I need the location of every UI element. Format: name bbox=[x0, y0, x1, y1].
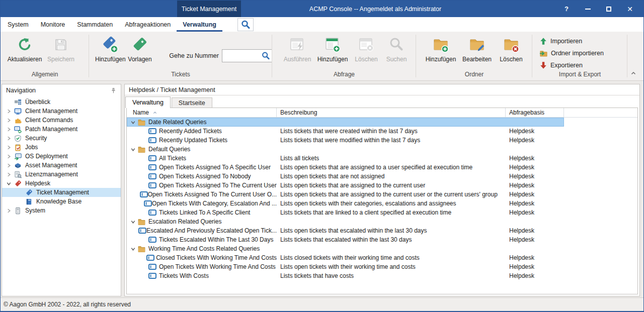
ordner-hinzufuegen-button[interactable]: Hinzufügen bbox=[423, 34, 459, 63]
ordner-importieren-button[interactable]: Ordner importieren bbox=[539, 48, 627, 58]
tag-icon bbox=[131, 36, 148, 54]
table-row-escalated-and-previously-escalated-open-tick[interactable]: Escalated And Previously Escalated Open … bbox=[127, 226, 564, 235]
minimize-icon bbox=[585, 9, 591, 10]
sidebar-item-os-deployment[interactable]: OS Deployment bbox=[2, 152, 121, 161]
sidebar-item-berblick[interactable]: Überblick bbox=[2, 97, 121, 107]
importieren-button[interactable]: Importieren bbox=[539, 36, 627, 46]
maximize-button[interactable] bbox=[598, 1, 619, 17]
menu-bar: SystemMonitoreStammdatenAbfrageaktionenV… bbox=[1, 17, 643, 32]
chevron-right-icon[interactable] bbox=[6, 127, 14, 132]
table-row-working-time-and-costs-related-queries[interactable]: Working Time And Costs Related Queries bbox=[127, 244, 564, 253]
column-header-beschreibung[interactable]: Beschreibung bbox=[277, 108, 506, 117]
goto-search-button[interactable] bbox=[260, 51, 272, 60]
query-icon bbox=[140, 191, 148, 197]
menu-item-monitore[interactable]: Monitore bbox=[35, 17, 71, 32]
help-button[interactable]: ? bbox=[556, 1, 577, 17]
gehe-zu-nummer-input[interactable] bbox=[222, 52, 260, 59]
query-icon bbox=[148, 182, 159, 188]
sidebar-item-lizenzmanagement[interactable]: Lizenzmanagement bbox=[2, 170, 121, 179]
abfrage-hinzufuegen-button[interactable]: Hinzufügen bbox=[314, 34, 351, 63]
sidebar-item-knowledge-base[interactable]: Knowledge Base bbox=[2, 197, 121, 206]
aktualisieren-button[interactable]: Aktualisieren bbox=[7, 34, 43, 63]
navigation-tree: ÜberblickClient ManagementClient Command… bbox=[2, 97, 121, 296]
sort-asc-icon bbox=[152, 111, 157, 115]
sidebar-item-client-commands[interactable]: Client Commands bbox=[2, 116, 121, 125]
chevron-right-icon[interactable] bbox=[6, 118, 14, 123]
sidebar-item-system[interactable]: System bbox=[2, 206, 121, 215]
folder-delete-icon bbox=[503, 36, 520, 54]
query-icon bbox=[148, 173, 159, 179]
abfrage-ausfuehren-button: Ausführen bbox=[280, 34, 314, 63]
query-table: Name Beschreibung Abfragebasis Date Rela… bbox=[126, 108, 638, 294]
tab-strip: Verwaltung Startseite bbox=[125, 95, 639, 108]
table-row-open-tickets-with-working-time-and-costs[interactable]: Open Tickets With Working Time And Costs… bbox=[127, 262, 564, 271]
status-bar: © Aagon GmbH 2002 - 2022, all rights res… bbox=[1, 297, 643, 311]
table-row-tickets-linked-to-a-specific-client[interactable]: Tickets Linked To A Specific ClientLists… bbox=[127, 208, 564, 217]
chevron-down-icon[interactable] bbox=[130, 147, 138, 152]
sidebar-item-client-management[interactable]: Client Management bbox=[2, 107, 121, 116]
table-row-open-tickets-assigned-to-the-current-user[interactable]: Open Tickets Assigned To The Current Use… bbox=[127, 181, 564, 190]
ticket-hinzufuegen-button[interactable]: Hinzufügen bbox=[95, 34, 126, 63]
ribbon-search-button[interactable] bbox=[237, 18, 254, 31]
knowledge-base-icon bbox=[25, 198, 34, 205]
license-management-icon bbox=[14, 171, 23, 178]
document-tab-ticket-management[interactable]: Ticket Management bbox=[177, 1, 241, 17]
chevron-right-icon[interactable] bbox=[6, 208, 14, 214]
chevron-right-icon[interactable] bbox=[6, 136, 14, 141]
table-row-open-tickets-assigned-to-a-specific-user[interactable]: Open Tickets Assigned To A Specific User… bbox=[127, 163, 564, 172]
chevron-right-icon[interactable] bbox=[6, 163, 14, 168]
tab-verwaltung[interactable]: Verwaltung bbox=[125, 96, 171, 108]
ribbon-collapse-button[interactable] bbox=[630, 70, 636, 76]
table-row-tickets-escalated-within-the-last-30-days[interactable]: Tickets Escalated Within The Last 30 Day… bbox=[127, 235, 564, 244]
ordner-loeschen-button[interactable]: Löschen bbox=[495, 34, 527, 63]
helpdesk-icon bbox=[14, 180, 23, 187]
menu-item-abfrageaktionen[interactable]: Abfrageaktionen bbox=[119, 17, 177, 32]
tab-startseite[interactable]: Startseite bbox=[172, 97, 212, 108]
chevron-right-icon[interactable] bbox=[6, 145, 14, 150]
vorlagen-button[interactable]: Vorlagen bbox=[126, 34, 154, 63]
chevron-down-icon[interactable] bbox=[130, 246, 138, 252]
table-row-open-tickets-assigned-to-nobody[interactable]: Open Tickets Assigned To NobodyLists ope… bbox=[127, 172, 564, 181]
menu-item-stammdaten[interactable]: Stammdaten bbox=[71, 17, 119, 32]
table-row-tickets-with-costs[interactable]: Tickets With CostsLists tickets that hav… bbox=[127, 271, 564, 280]
pin-icon[interactable] bbox=[110, 87, 117, 94]
table-row-open-tickets-with-category-escalation-and[interactable]: Open Tickets With Category, Escalation A… bbox=[127, 199, 564, 208]
sidebar-item-helpdesk[interactable]: Helpdesk bbox=[2, 179, 121, 188]
chevron-down-icon[interactable] bbox=[6, 181, 14, 186]
chevron-right-icon[interactable] bbox=[6, 172, 14, 177]
exportieren-button[interactable]: Exportieren bbox=[539, 60, 627, 70]
close-button[interactable]: ✕ bbox=[619, 1, 640, 17]
table-row-escalation-related-queries[interactable]: Escalation Related Queries bbox=[127, 217, 564, 226]
menu-item-verwaltung[interactable]: Verwaltung bbox=[177, 17, 222, 32]
table-row-closed-tickets-with-working-time-and-costs[interactable]: Closed Tickets With Working Time And Cos… bbox=[127, 253, 564, 262]
navigation-panel-title: Navigation bbox=[6, 87, 36, 94]
table-row-open-tickets-assigned-to-the-current-user-o[interactable]: Open Tickets Assigned To The Current Use… bbox=[127, 190, 564, 199]
chevron-down-icon[interactable] bbox=[130, 219, 138, 225]
sidebar-item-ticket-management[interactable]: Ticket Management bbox=[2, 188, 121, 197]
ribbon-group-ordner: Hinzufügen Bearbeiten Löschen Ordner bbox=[416, 32, 532, 80]
table-row-date-related-queries[interactable]: Date Related Queries bbox=[127, 118, 564, 127]
folder-import-icon bbox=[539, 49, 548, 57]
minimize-button[interactable] bbox=[577, 1, 598, 17]
ordner-bearbeiten-button[interactable]: Bearbeiten bbox=[459, 34, 495, 63]
group-label-allgemein: Allgemein bbox=[1, 71, 89, 78]
folder-icon bbox=[138, 219, 148, 225]
table-row-recently-added-tickets[interactable]: Recently Added TicketsLists tickets that… bbox=[127, 127, 564, 136]
chevron-right-icon[interactable] bbox=[6, 109, 14, 114]
sidebar-item-jobs[interactable]: Jobs bbox=[2, 143, 121, 152]
chevron-down-icon[interactable] bbox=[130, 120, 138, 125]
sidebar-item-patch-management[interactable]: Patch Management bbox=[2, 125, 121, 134]
table-row-default-queries[interactable]: Default Queries bbox=[127, 145, 564, 154]
chevron-right-icon[interactable] bbox=[6, 154, 14, 159]
sidebar-item-asset-management[interactable]: Asset Management bbox=[2, 161, 121, 170]
menu-item-system[interactable]: System bbox=[2, 17, 35, 32]
table-row-all-tickets[interactable]: All TicketsLists all ticketsHelpdesk bbox=[127, 154, 564, 163]
query-icon bbox=[148, 155, 159, 161]
column-header-name[interactable]: Name bbox=[127, 108, 277, 117]
sidebar-item-security[interactable]: Security bbox=[2, 134, 121, 143]
ribbon-group-allgemein: Aktualisieren Speichern Allgemein bbox=[1, 32, 89, 80]
column-header-abfragebasis[interactable]: Abfragebasis bbox=[506, 108, 564, 117]
folder-icon bbox=[138, 146, 148, 153]
folder-icon bbox=[138, 246, 148, 252]
table-row-recently-updated-tickets[interactable]: Recently Updated TicketsLists tickets th… bbox=[127, 136, 564, 145]
